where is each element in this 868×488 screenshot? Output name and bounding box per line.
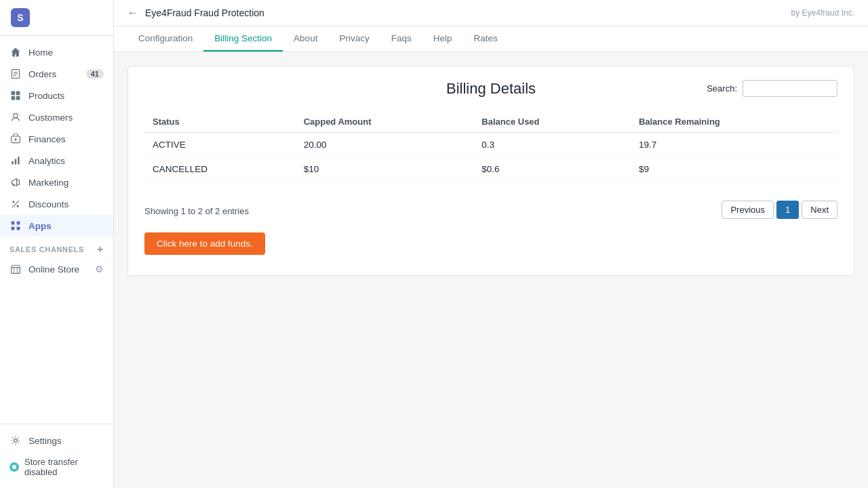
col-balance-used: Balance Used (473, 111, 631, 133)
sidebar-item-apps[interactable]: Apps (0, 215, 113, 237)
discounts-icon (9, 198, 22, 210)
row2-balance-used: $0.6 (473, 157, 631, 182)
store-transfer-label: Store transfer disabled (24, 457, 104, 477)
svg-rect-11 (12, 161, 13, 165)
svg-rect-20 (12, 227, 15, 230)
svg-point-16 (17, 205, 19, 207)
row1-capped-amount: 20.00 (296, 133, 474, 157)
pagination: Previous 1 Next (722, 201, 837, 219)
svg-rect-12 (15, 159, 16, 165)
app-header-by: by Eye4fraud Inc. (791, 8, 854, 18)
tab-privacy[interactable]: Privacy (328, 26, 380, 52)
svg-rect-14 (17, 180, 20, 184)
settings-label: Settings (28, 436, 62, 446)
current-page-button[interactable]: 1 (776, 201, 799, 219)
store-transfer-icon (9, 462, 19, 472)
sidebar-nav: Home Orders 41 Products Customers (0, 36, 113, 424)
online-store-label: Online Store (28, 264, 79, 274)
home-icon (9, 46, 22, 58)
tab-about[interactable]: About (283, 26, 328, 52)
products-icon (9, 89, 22, 102)
svg-rect-13 (18, 157, 19, 164)
sidebar-logo: S (0, 0, 113, 36)
sidebar-item-customers[interactable]: Customers (0, 106, 113, 128)
online-store-gear-icon[interactable]: ⚙ (95, 264, 104, 274)
sidebar-item-label: Analytics (28, 156, 65, 166)
col-balance-remaining: Balance Remaining (631, 111, 837, 133)
sidebar-item-label: Orders (28, 69, 56, 79)
online-store-icon (9, 263, 22, 275)
row1-balance-used: 0.3 (473, 133, 631, 157)
app-header-left: ← Eye4Fraud Fraud Protection (127, 7, 264, 19)
finances-icon (9, 133, 22, 145)
sidebar-item-label: Customers (28, 113, 73, 123)
sidebar-item-orders[interactable]: Orders 41 (0, 63, 113, 85)
tabs-bar: Configuration Billing Section About Priv… (114, 26, 868, 52)
sidebar-item-home[interactable]: Home (0, 41, 113, 63)
back-button[interactable]: ← (127, 7, 138, 19)
sidebar-item-finances[interactable]: Finances (0, 128, 113, 150)
sidebar-item-label: Apps (28, 221, 52, 231)
row1-balance-remaining: 19.7 (631, 133, 837, 157)
sidebar-item-label: Marketing (28, 178, 68, 188)
svg-point-10 (14, 138, 16, 140)
previous-page-button[interactable]: Previous (722, 201, 774, 219)
app-header: ← Eye4Fraud Fraud Protection by Eye4frau… (114, 0, 868, 26)
svg-rect-18 (12, 222, 15, 225)
svg-rect-19 (17, 222, 20, 225)
analytics-icon (9, 155, 22, 167)
search-input[interactable] (743, 80, 837, 97)
settings-icon (9, 434, 22, 447)
tab-configuration[interactable]: Configuration (127, 26, 203, 52)
sidebar-item-settings[interactable]: Settings (0, 430, 113, 451)
row2-balance-remaining: $9 (631, 157, 837, 182)
table-row: ACTIVE 20.00 0.3 19.7 (144, 133, 837, 157)
sidebar-item-marketing[interactable]: Marketing (0, 171, 113, 193)
orders-badge: 41 (86, 69, 104, 79)
row1-status: ACTIVE (144, 133, 296, 157)
svg-rect-22 (12, 268, 20, 274)
sales-channels-section: SALES CHANNELS + (0, 237, 113, 258)
sidebar: S Home Orders 41 Products (0, 0, 114, 488)
next-page-button[interactable]: Next (802, 201, 837, 219)
svg-rect-6 (12, 96, 16, 100)
billing-table: Status Capped Amount Balance Used Balanc… (144, 111, 837, 182)
table-row: CANCELLED $10 $0.6 $9 (144, 157, 837, 182)
svg-rect-4 (12, 92, 16, 96)
sidebar-item-label: Products (28, 91, 64, 101)
search-label: Search: (707, 83, 737, 94)
marketing-icon (9, 176, 22, 188)
sidebar-item-discounts[interactable]: Discounts (0, 193, 113, 215)
svg-rect-7 (16, 96, 20, 100)
logo-icon: S (11, 8, 30, 27)
row2-status: CANCELLED (144, 157, 296, 182)
sidebar-item-label: Discounts (28, 199, 68, 209)
sidebar-item-analytics[interactable]: Analytics (0, 150, 113, 171)
apps-icon (9, 220, 22, 232)
tab-help[interactable]: Help (422, 26, 463, 52)
svg-point-26 (12, 465, 16, 469)
page-body: Search: Billing Details Status Capped Am… (114, 52, 868, 488)
add-funds-button[interactable]: Click here to add funds. (144, 232, 265, 255)
showing-text: Showing 1 to 2 of 2 entries (144, 206, 249, 216)
tab-faqs[interactable]: Faqs (380, 26, 422, 52)
sidebar-item-label: Home (28, 47, 53, 58)
col-capped-amount: Capped Amount (296, 111, 474, 133)
col-status: Status (144, 111, 296, 133)
tab-rates[interactable]: Rates (462, 26, 508, 52)
row2-capped-amount: $10 (296, 157, 474, 182)
sidebar-bottom: Settings Store transfer disabled (0, 424, 113, 488)
billing-container: Search: Billing Details Status Capped Am… (127, 66, 854, 276)
svg-point-8 (14, 113, 18, 117)
svg-point-25 (14, 439, 18, 443)
sidebar-item-online-store[interactable]: Online Store ⚙ (0, 258, 113, 280)
app-name: Eye4Fraud Fraud Protection (145, 7, 264, 18)
sales-channels-label: SALES CHANNELS (9, 245, 84, 253)
main-content: ← Eye4Fraud Fraud Protection by Eye4frau… (114, 0, 868, 488)
orders-icon (9, 68, 22, 80)
tab-billing-section[interactable]: Billing Section (203, 26, 283, 52)
add-sales-channel-icon[interactable]: + (97, 243, 104, 256)
sidebar-item-products[interactable]: Products (0, 85, 113, 106)
customers-icon (9, 111, 22, 123)
svg-point-15 (12, 201, 14, 203)
